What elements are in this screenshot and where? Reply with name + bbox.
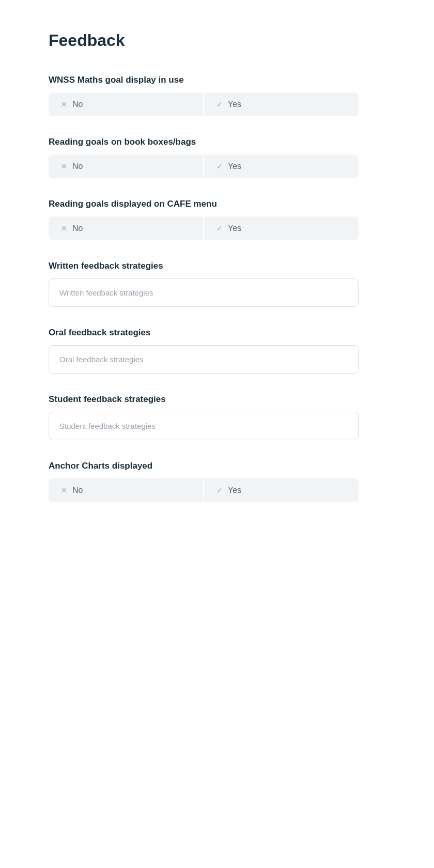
section-wnss-maths: WNSS Maths goal display in use ✕ No ✓ Ye…	[49, 75, 385, 116]
yes-label-wnss-maths: Yes	[228, 100, 241, 109]
written-feedback-input[interactable]	[49, 278, 359, 307]
section-label-reading-goals-cafe: Reading goals displayed on CAFE menu	[49, 199, 385, 209]
toggle-group-reading-goals-cafe: ✕ No ✓ Yes	[49, 216, 359, 240]
section-student-feedback: Student feedback strategies	[49, 394, 385, 440]
toggle-yes-reading-goals-cafe[interactable]: ✓ Yes	[204, 216, 359, 240]
section-label-oral-feedback: Oral feedback strategies	[49, 328, 385, 338]
yes-label-reading-goals-boxes: Yes	[228, 162, 241, 171]
section-oral-feedback: Oral feedback strategies	[49, 328, 385, 374]
no-label-wnss-maths: No	[72, 100, 83, 109]
section-label-anchor-charts: Anchor Charts displayed	[49, 461, 385, 471]
page-container: Feedback WNSS Maths goal display in use …	[0, 0, 434, 554]
x-icon: ✕	[61, 224, 67, 233]
no-label-reading-goals-cafe: No	[72, 224, 83, 233]
toggle-no-wnss-maths[interactable]: ✕ No	[49, 92, 203, 116]
x-icon: ✕	[61, 162, 67, 171]
toggle-yes-anchor-charts[interactable]: ✓ Yes	[204, 478, 359, 502]
x-icon: ✕	[61, 486, 67, 494]
check-icon: ✓	[216, 224, 223, 233]
section-reading-goals-cafe: Reading goals displayed on CAFE menu ✕ N…	[49, 199, 385, 240]
toggle-group-anchor-charts: ✕ No ✓ Yes	[49, 478, 359, 502]
check-icon: ✓	[216, 162, 223, 171]
page-title: Feedback	[49, 31, 385, 50]
toggle-no-reading-goals-cafe[interactable]: ✕ No	[49, 216, 203, 240]
section-reading-goals-boxes: Reading goals on book boxes/bags ✕ No ✓ …	[49, 137, 385, 178]
section-label-student-feedback: Student feedback strategies	[49, 394, 385, 405]
section-label-reading-goals-boxes: Reading goals on book boxes/bags	[49, 137, 385, 147]
toggle-no-anchor-charts[interactable]: ✕ No	[49, 478, 203, 502]
section-label-wnss-maths: WNSS Maths goal display in use	[49, 75, 385, 85]
oral-feedback-input[interactable]	[49, 345, 359, 374]
student-feedback-input[interactable]	[49, 412, 359, 440]
no-label-reading-goals-boxes: No	[72, 162, 83, 171]
no-label-anchor-charts: No	[72, 486, 83, 495]
section-written-feedback: Written feedback strategies	[49, 261, 385, 307]
check-icon: ✓	[216, 100, 223, 109]
toggle-no-reading-goals-boxes[interactable]: ✕ No	[49, 154, 203, 178]
toggle-yes-reading-goals-boxes[interactable]: ✓ Yes	[204, 154, 359, 178]
section-anchor-charts: Anchor Charts displayed ✕ No ✓ Yes	[49, 461, 385, 502]
toggle-group-wnss-maths: ✕ No ✓ Yes	[49, 92, 359, 116]
yes-label-anchor-charts: Yes	[228, 486, 241, 495]
x-icon: ✕	[61, 100, 67, 109]
section-label-written-feedback: Written feedback strategies	[49, 261, 385, 271]
toggle-group-reading-goals-boxes: ✕ No ✓ Yes	[49, 154, 359, 178]
yes-label-reading-goals-cafe: Yes	[228, 224, 241, 233]
check-icon: ✓	[216, 486, 223, 494]
toggle-yes-wnss-maths[interactable]: ✓ Yes	[204, 92, 359, 116]
